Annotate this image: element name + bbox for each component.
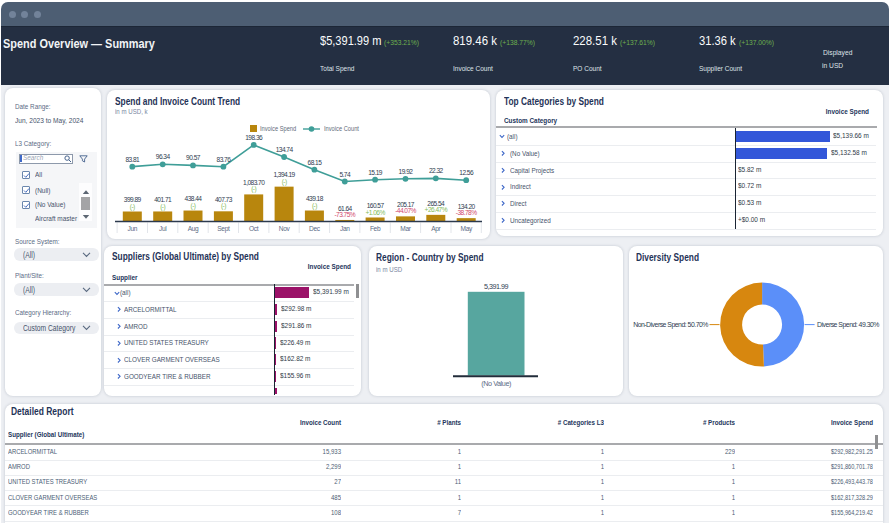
svg-text:(-): (-)	[190, 202, 195, 210]
svg-text:Apr: Apr	[431, 225, 441, 233]
svg-text:-38.78%: -38.78%	[455, 209, 476, 216]
svg-text:(No Value): (No Value)	[481, 379, 511, 388]
svg-text:5,391.99: 5,391.99	[484, 282, 508, 291]
svg-text:Mar: Mar	[400, 225, 411, 232]
svg-text:83.76: 83.76	[216, 156, 231, 163]
svg-text:Dec: Dec	[309, 225, 321, 232]
svg-text:19.92: 19.92	[398, 168, 413, 175]
svg-text:Jun: Jun	[127, 225, 137, 232]
svg-text:(-): (-)	[220, 202, 225, 210]
svg-text:Feb: Feb	[369, 225, 380, 232]
svg-text:+1.06%: +1.06%	[365, 209, 385, 216]
svg-text:(-): (-)	[251, 185, 256, 193]
svg-text:May: May	[460, 225, 472, 233]
svg-text:Jan: Jan	[340, 225, 350, 232]
svg-text:Jul: Jul	[159, 225, 167, 232]
svg-text:68.15: 68.15	[307, 159, 322, 166]
svg-text:Oct: Oct	[249, 225, 259, 232]
svg-text:Sept: Sept	[217, 225, 230, 233]
svg-text:134.74: 134.74	[275, 146, 293, 153]
svg-text:198.36: 198.36	[245, 134, 263, 141]
svg-text:22.32: 22.32	[428, 167, 443, 174]
svg-text:(-): (-)	[129, 203, 134, 211]
svg-text:Diverse Spend: 49.30%: Diverse Spend: 49.30%	[817, 321, 879, 329]
svg-text:5.74: 5.74	[339, 171, 351, 178]
svg-text:12.56: 12.56	[459, 169, 474, 176]
svg-text:+26.47%: +26.47%	[424, 206, 447, 213]
svg-text:-44.07%: -44.07%	[395, 207, 416, 214]
svg-text:(-): (-)	[281, 178, 286, 186]
svg-text:Nov: Nov	[278, 225, 290, 232]
svg-text:Aug: Aug	[187, 225, 198, 233]
svg-text:90.57: 90.57	[186, 154, 201, 161]
svg-text:15.19: 15.19	[368, 169, 383, 176]
svg-text:Non-Diverse Spend: 50.70%: Non-Diverse Spend: 50.70%	[633, 321, 708, 329]
svg-text:-73.75%: -73.75%	[334, 211, 355, 218]
svg-text:(-): (-)	[160, 203, 165, 211]
svg-text:(-): (-)	[311, 202, 316, 210]
svg-text:83.81: 83.81	[125, 156, 140, 163]
svg-text:96.34: 96.34	[155, 153, 170, 160]
